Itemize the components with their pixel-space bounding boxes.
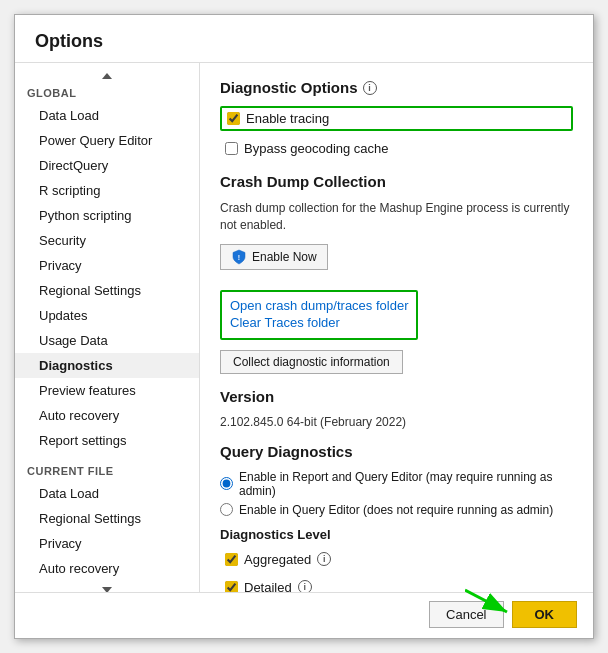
- sidebar-item-regional-settings[interactable]: Regional Settings: [15, 278, 199, 303]
- radio-option2-label: Enable in Query Editor (does not require…: [239, 503, 553, 517]
- detailed-label: Detailed: [244, 580, 292, 592]
- version-title: Version: [220, 388, 573, 405]
- bypass-geocoding-label: Bypass geocoding cache: [244, 141, 389, 156]
- collect-diagnostic-button[interactable]: Collect diagnostic information: [220, 350, 403, 374]
- sidebar-item-security[interactable]: Security: [15, 228, 199, 253]
- radio-row-2: Enable in Query Editor (does not require…: [220, 503, 573, 517]
- diag-level-title: Diagnostics Level: [220, 527, 573, 542]
- global-section-header: GLOBAL: [15, 81, 199, 103]
- ok-button[interactable]: OK: [512, 601, 578, 628]
- bypass-geocoding-row: Bypass geocoding cache: [220, 138, 573, 159]
- sidebar-item-auto-recovery[interactable]: Auto recovery: [15, 403, 199, 428]
- main-content: Diagnostic Options i Enable tracing Bypa…: [200, 63, 593, 592]
- radio-option1-label: Enable in Report and Query Editor (may r…: [239, 470, 573, 498]
- crash-dump-desc: Crash dump collection for the Mashup Eng…: [220, 200, 573, 234]
- sidebar-item-r-scripting[interactable]: R scripting: [15, 178, 199, 203]
- sidebar: GLOBAL Data Load Power Query Editor Dire…: [15, 63, 200, 592]
- current-file-section-header: CURRENT FILE: [15, 459, 199, 481]
- sidebar-item-cf-data-load[interactable]: Data Load: [15, 481, 199, 506]
- detailed-checkbox[interactable]: [225, 581, 238, 592]
- crash-dump-links-group: Open crash dump/traces folder Clear Trac…: [220, 290, 418, 340]
- dialog-body: GLOBAL Data Load Power Query Editor Dire…: [15, 63, 593, 592]
- sidebar-scroll-down[interactable]: [15, 585, 199, 592]
- open-crash-folder-link[interactable]: Open crash dump/traces folder: [230, 298, 408, 313]
- detailed-info-icon[interactable]: i: [298, 580, 312, 592]
- sidebar-item-preview-features[interactable]: Preview features: [15, 378, 199, 403]
- sidebar-item-python-scripting[interactable]: Python scripting: [15, 203, 199, 228]
- enable-tracing-label: Enable tracing: [246, 111, 329, 126]
- dialog-title: Options: [15, 15, 593, 63]
- aggregated-info-icon[interactable]: i: [317, 552, 331, 566]
- sidebar-item-cf-auto-recovery[interactable]: Auto recovery: [15, 556, 199, 581]
- dialog-footer: Cancel OK: [15, 592, 593, 638]
- sidebar-item-cf-privacy[interactable]: Privacy: [15, 531, 199, 556]
- cancel-button[interactable]: Cancel: [429, 601, 503, 628]
- options-dialog: Options GLOBAL Data Load Power Query Edi…: [14, 14, 594, 639]
- sidebar-item-directquery[interactable]: DirectQuery: [15, 153, 199, 178]
- aggregated-checkbox[interactable]: [225, 553, 238, 566]
- enable-tracing-row: Enable tracing: [220, 106, 573, 131]
- crash-dump-title: Crash Dump Collection: [220, 173, 573, 190]
- query-diagnostics-title: Query Diagnostics: [220, 443, 573, 460]
- radio-option2-input[interactable]: [220, 503, 233, 516]
- radio-row-1: Enable in Report and Query Editor (may r…: [220, 470, 573, 498]
- version-value: 2.102.845.0 64-bit (February 2022): [220, 415, 573, 429]
- sidebar-scroll-up[interactable]: [15, 71, 199, 81]
- clear-traces-link[interactable]: Clear Traces folder: [230, 315, 340, 330]
- aggregated-row: Aggregated i: [220, 549, 573, 570]
- diagnostic-options-title: Diagnostic Options i: [220, 79, 573, 96]
- sidebar-item-updates[interactable]: Updates: [15, 303, 199, 328]
- enable-now-button[interactable]: ! Enable Now: [220, 244, 328, 270]
- sidebar-item-report-settings[interactable]: Report settings: [15, 428, 199, 453]
- bypass-geocoding-checkbox[interactable]: [225, 142, 238, 155]
- sidebar-item-usage-data[interactable]: Usage Data: [15, 328, 199, 353]
- diagnostic-options-info-icon[interactable]: i: [363, 81, 377, 95]
- detailed-row: Detailed i: [220, 577, 573, 592]
- svg-marker-0: [102, 73, 112, 79]
- sidebar-item-power-query-editor[interactable]: Power Query Editor: [15, 128, 199, 153]
- svg-text:!: !: [238, 254, 240, 261]
- sidebar-item-privacy[interactable]: Privacy: [15, 253, 199, 278]
- sidebar-item-cf-regional-settings[interactable]: Regional Settings: [15, 506, 199, 531]
- radio-option1-input[interactable]: [220, 477, 233, 490]
- aggregated-label: Aggregated: [244, 552, 311, 567]
- sidebar-item-data-load[interactable]: Data Load: [15, 103, 199, 128]
- shield-icon: !: [231, 249, 247, 265]
- enable-tracing-checkbox[interactable]: [227, 112, 240, 125]
- sidebar-item-diagnostics[interactable]: Diagnostics: [15, 353, 199, 378]
